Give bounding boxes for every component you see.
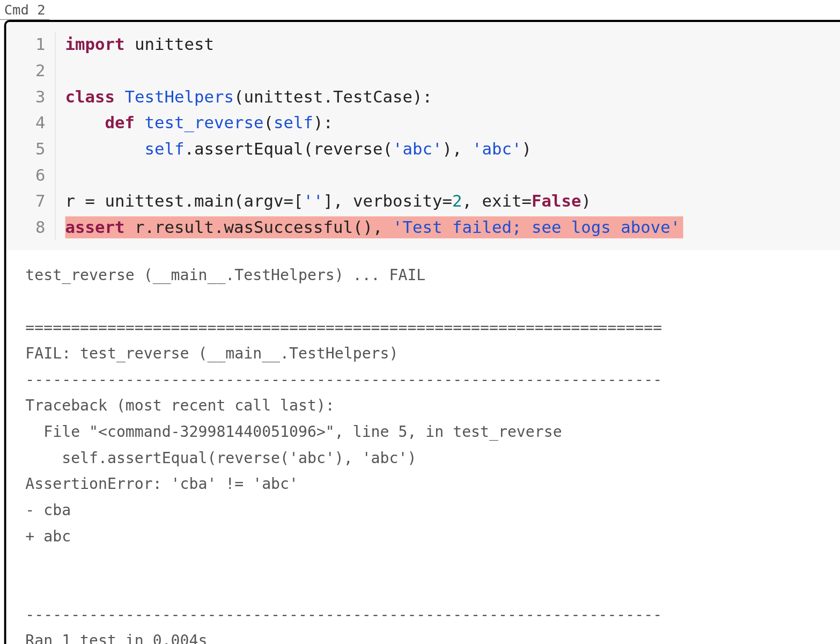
cell-output: test_reverse (__main__.TestHelpers) ... … xyxy=(6,250,840,644)
code-editor[interactable]: Python 1 2 3 4 5 xyxy=(6,22,840,250)
notebook-cell: Python 1 2 3 4 5 xyxy=(4,20,840,644)
line-gutter: 1 2 3 4 5 6 7 8 xyxy=(6,32,56,240)
code-content[interactable]: import unittest class TestHelpers(unitte… xyxy=(56,32,840,240)
cell-label: Cmd 2 xyxy=(0,0,49,20)
